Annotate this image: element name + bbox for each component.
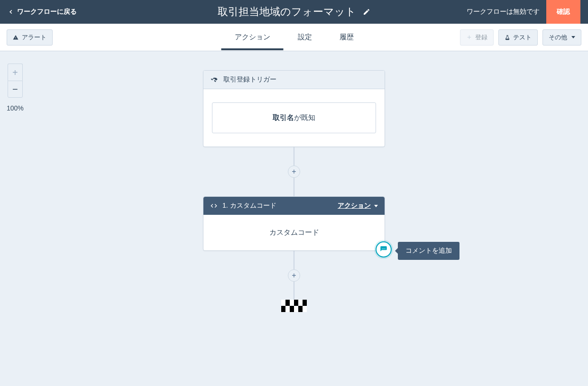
connector — [294, 281, 294, 300]
comment-tooltip: コメントを追加 — [398, 242, 459, 260]
action-index-label: 1. カスタムコード — [222, 202, 276, 210]
test-label: テスト — [513, 33, 532, 42]
title-group: 取引担当地域のフォーマット — [218, 5, 370, 19]
pencil-icon[interactable] — [363, 8, 370, 16]
condition-rest: が既知 — [294, 113, 315, 121]
condition-bold: 取引名 — [273, 113, 294, 121]
chevron-down-icon — [374, 205, 378, 207]
trigger-header-label: 取引登録トリガー — [223, 75, 276, 84]
trigger-card[interactable]: 取引登録トリガー 取引名が既知 — [203, 70, 385, 147]
connector — [294, 251, 294, 270]
tabs: アクション 設定 履歴 — [235, 24, 354, 50]
code-icon — [210, 202, 218, 210]
trigger-header: 取引登録トリガー — [203, 71, 385, 89]
comment-icon — [380, 246, 387, 253]
trigger-condition[interactable]: 取引名が既知 — [212, 102, 376, 133]
secondary-bar: アラート アクション 設定 履歴 登録 テスト その他 — [0, 24, 588, 51]
more-label: その他 — [549, 33, 567, 42]
connector — [294, 177, 294, 196]
enroll-button: 登録 — [460, 29, 494, 46]
trigger-body: 取引名が既知 — [203, 89, 385, 147]
zoom-out-button[interactable]: − — [8, 81, 23, 98]
header-right: ワークフローは無効です 確認 — [467, 0, 580, 24]
tab-settings[interactable]: 設定 — [298, 24, 312, 50]
enroll-icon — [466, 34, 472, 40]
action-dropdown-label: アクション — [338, 202, 371, 210]
workflow-title: 取引担当地域のフォーマット — [218, 5, 356, 19]
zoom-controls: + − 100% — [7, 64, 24, 112]
end-marker — [281, 300, 307, 312]
flask-icon — [505, 35, 510, 40]
zoom-level: 100% — [7, 104, 24, 112]
workflow-canvas[interactable]: + − 100% 取引登録トリガー 取引名が既知 + 1. カスタムコード — [0, 51, 588, 386]
add-step-button[interactable]: + — [288, 269, 300, 282]
connector — [294, 147, 294, 166]
secondary-right: 登録 テスト その他 — [460, 29, 581, 46]
workflow-disabled-status: ワークフローは無効です — [467, 8, 540, 16]
action-card[interactable]: 1. カスタムコード アクション カスタムコード コメントを追加 — [203, 196, 385, 251]
enroll-label: 登録 — [475, 33, 487, 42]
back-to-workflows[interactable]: ワークフローに戻る — [8, 8, 77, 16]
chevron-left-icon — [8, 9, 14, 15]
add-step-button[interactable]: + — [288, 165, 300, 178]
warning-icon — [13, 35, 18, 40]
action-header: 1. カスタムコード アクション — [203, 197, 385, 215]
test-button[interactable]: テスト — [498, 29, 538, 46]
more-button[interactable]: その他 — [542, 29, 581, 46]
confirm-button[interactable]: 確認 — [546, 0, 580, 24]
alert-button[interactable]: アラート — [7, 29, 53, 46]
action-dropdown[interactable]: アクション — [338, 202, 378, 210]
add-comment-button[interactable] — [376, 241, 392, 257]
zoom-in-button[interactable]: + — [8, 64, 23, 81]
alert-label: アラート — [22, 33, 46, 42]
action-body: カスタムコード — [203, 215, 385, 250]
tab-history[interactable]: 履歴 — [340, 24, 354, 50]
tab-action[interactable]: アクション — [235, 24, 270, 50]
handshake-icon — [210, 75, 219, 84]
chevron-down-icon — [571, 36, 575, 38]
workflow-flow: 取引登録トリガー 取引名が既知 + 1. カスタムコード アクション — [203, 70, 385, 312]
top-header: ワークフローに戻る 取引担当地域のフォーマット ワークフローは無効です 確認 — [0, 0, 588, 24]
back-label: ワークフローに戻る — [17, 8, 77, 16]
